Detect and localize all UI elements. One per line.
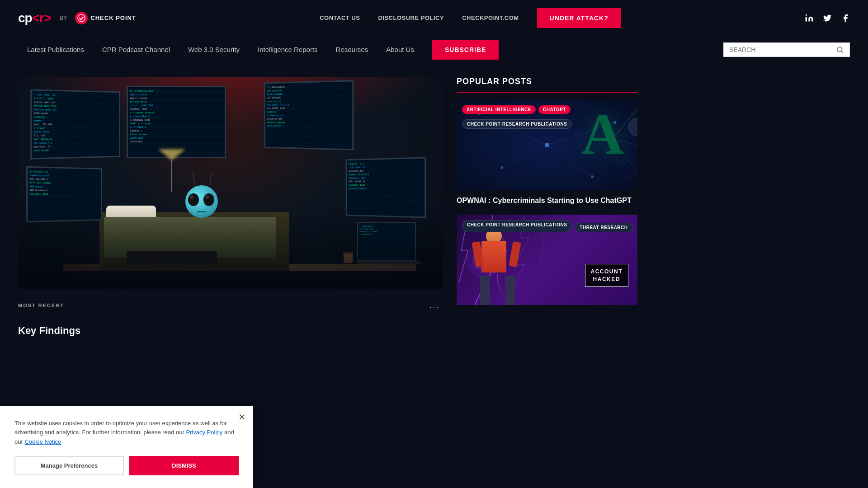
popular-posts-heading: POPULAR POSTS bbox=[457, 77, 637, 93]
disclosure-link[interactable]: DISCLOSURE POLICY bbox=[378, 14, 444, 21]
tag-cpr-pubs-2[interactable]: CHECK POINT RESEARCH PUBLICATIONS bbox=[462, 220, 572, 232]
post-header: MOST RECENT ··· bbox=[18, 298, 443, 316]
account-hacked-badge: ACCOUNTHACKED bbox=[585, 264, 629, 287]
post-meta: MOST RECENT ··· Key Findings bbox=[18, 298, 443, 337]
monitor-screen-left-side: Wireshark 3.6 Capturing eth0 TCP 192.168… bbox=[28, 168, 101, 221]
search-icon bbox=[836, 46, 844, 54]
checkpoint-name: CHECK POINT bbox=[90, 14, 136, 21]
post-recent-label: MOST RECENT bbox=[18, 303, 64, 308]
char-leg-right bbox=[505, 276, 515, 305]
character-silhouette bbox=[470, 228, 524, 305]
search-bar[interactable] bbox=[723, 42, 850, 57]
nav-about-us[interactable]: About Us bbox=[377, 36, 423, 63]
contact-link[interactable]: CONTACT US bbox=[320, 14, 360, 21]
monitor-left: > sudo nmap -sV 0.0.0.1 | open 22/tcp op… bbox=[30, 89, 120, 159]
checkpoint-com-link[interactable]: CHECKPOINT.COM bbox=[462, 14, 519, 21]
monitor-screen-left: > sudo nmap -sV 0.0.0.1 | open 22/tcp op… bbox=[32, 90, 119, 158]
main-content: > sudo nmap -sV 0.0.0.1 | open 22/tcp op… bbox=[0, 63, 868, 350]
char-arm-right bbox=[509, 241, 521, 267]
laptop-base bbox=[357, 261, 420, 264]
svg-point-2 bbox=[806, 14, 807, 15]
svg-point-15 bbox=[500, 166, 503, 169]
bug-eye-right bbox=[203, 193, 214, 206]
checkpoint-logo[interactable]: CHECK POINT bbox=[75, 12, 136, 24]
svg-point-0 bbox=[78, 14, 85, 22]
post-header-left: MOST RECENT bbox=[18, 303, 64, 312]
manage-preferences-button[interactable]: Manage Preferences bbox=[14, 456, 124, 475]
cup-rim bbox=[343, 252, 353, 254]
logo-bracket-left: < bbox=[32, 11, 39, 25]
logo-bracket-right: > bbox=[44, 11, 52, 25]
logo-cpr[interactable]: cp < r > bbox=[18, 11, 52, 25]
svg-line-19 bbox=[617, 145, 637, 172]
nav-podcast-channel[interactable]: CPR Podcast Channel bbox=[93, 36, 179, 63]
left-column: > sudo nmap -sV 0.0.0.1 | open 22/tcp op… bbox=[18, 77, 443, 337]
search-input[interactable] bbox=[729, 46, 836, 53]
monitor-screen-right-top: [*] Metasploit use exploit/ multi/handle… bbox=[265, 81, 352, 149]
dismiss-button[interactable]: DISMISS bbox=[129, 456, 239, 475]
monitor-center: #!/usr/bin/python import socket import s… bbox=[127, 86, 226, 158]
account-hacked-text: ACCOUNTHACKED bbox=[591, 268, 623, 282]
tag-ai[interactable]: ARTIFICIAL INTELLIGENCE bbox=[462, 105, 536, 114]
social-icons bbox=[805, 14, 850, 23]
key-findings-title: Key Findings bbox=[18, 325, 443, 337]
nav-latest-publications[interactable]: Latest Publications bbox=[18, 36, 93, 63]
popular-card-image-1: A ARTIFICIAL INTELLIGENCE CHATGPT CHECK … bbox=[457, 100, 637, 190]
top-bar: cp < r > BY CHECK POINT CONTACT US DISCL… bbox=[0, 0, 868, 36]
monitor-left-side: Wireshark 3.6 Capturing eth0 TCP 192.168… bbox=[26, 166, 102, 223]
bug-mouth bbox=[197, 211, 206, 212]
cookie-notice-link[interactable]: Cookie Notice bbox=[24, 438, 61, 445]
bug-head bbox=[185, 185, 218, 218]
card-1-title: OPWNAI : Cybercriminals Starting to Use … bbox=[457, 196, 637, 206]
bug-eye-left bbox=[188, 193, 199, 206]
char-body bbox=[481, 241, 506, 272]
cookie-banner: ✕ This website uses cookies in order to … bbox=[0, 406, 253, 488]
hero-image: > sudo nmap -sV 0.0.0.1 | open 22/tcp op… bbox=[18, 77, 443, 289]
card-1-tags: ARTIFICIAL INTELLIGENCE CHATGPT CHECK PO… bbox=[462, 105, 637, 129]
top-navigation: CONTACT US DISCLOSURE POLICY CHECKPOINT.… bbox=[320, 8, 621, 28]
svg-rect-1 bbox=[806, 17, 807, 21]
popular-card-image-2: ACCOUNTHACKED CHECK POINT RESEARCH PUBLI… bbox=[457, 215, 637, 305]
monitor-right-top: [*] Metasploit use exploit/ multi/handle… bbox=[264, 80, 354, 150]
under-attack-button[interactable]: UNDER ATTACK? bbox=[537, 8, 621, 28]
cookie-text: This website uses cookies in order to op… bbox=[14, 419, 239, 447]
popular-card-1[interactable]: A ARTIFICIAL INTELLIGENCE CHATGPT CHECK … bbox=[457, 100, 637, 206]
keyboard-keys bbox=[131, 253, 212, 262]
more-options-button[interactable]: ··· bbox=[425, 298, 443, 316]
logo-by-text: BY bbox=[60, 15, 67, 21]
tag-chatgpt[interactable]: CHATGPT bbox=[538, 105, 571, 114]
nav-resources[interactable]: Resources bbox=[327, 36, 377, 63]
tag-cpr-pubs-1[interactable]: CHECK POINT RESEARCH PUBLICATIONS bbox=[462, 119, 572, 129]
lamp-light bbox=[158, 149, 185, 160]
privacy-policy-link[interactable]: Privacy Policy bbox=[186, 429, 222, 436]
desk-lamp bbox=[158, 149, 185, 194]
monitor-right-bottom: hashcat -m 0 -a 0 hash.txt wordlist.txt … bbox=[346, 157, 426, 218]
logo-area: cp < r > BY CHECK POINT bbox=[18, 11, 136, 25]
main-nav-bar: Latest Publications CPR Podcast Channel … bbox=[0, 36, 868, 63]
nav-web3-security[interactable]: Web 3.0 Security bbox=[179, 36, 249, 63]
subscribe-button[interactable]: SUBSCRIBE bbox=[432, 40, 499, 60]
popular-card-2[interactable]: ACCOUNTHACKED CHECK POINT RESEARCH PUBLI… bbox=[457, 215, 637, 305]
card-2-tags: CHECK POINT RESEARCH PUBLICATIONS THREAT… bbox=[462, 220, 633, 232]
bug-character bbox=[185, 185, 219, 219]
tag-threat-research[interactable]: THREAT RESEARCH bbox=[575, 223, 632, 232]
logo-cp-text: cp bbox=[18, 11, 32, 25]
facebook-icon[interactable] bbox=[841, 14, 850, 23]
lamp-arm bbox=[171, 160, 172, 192]
laptop: $ ping target 64 bytes from 10.0.0.1: tt… bbox=[357, 222, 420, 264]
cookie-buttons: Manage Preferences DISMISS bbox=[14, 456, 239, 475]
monitor-screen-center: #!/usr/bin/python import socket import s… bbox=[128, 87, 225, 157]
keyboard bbox=[127, 251, 217, 264]
linkedin-icon[interactable] bbox=[805, 14, 814, 23]
coffee-cup bbox=[344, 253, 353, 263]
svg-point-3 bbox=[837, 47, 842, 52]
right-column: POPULAR POSTS bbox=[457, 77, 637, 337]
search-submit-button[interactable] bbox=[836, 46, 844, 54]
char-leg-left bbox=[480, 276, 490, 305]
logo-r-text: r bbox=[39, 11, 44, 25]
nav-intelligence-reports[interactable]: Intelligence Reports bbox=[249, 36, 327, 63]
twitter-icon[interactable] bbox=[823, 14, 832, 23]
cookie-close-button[interactable]: ✕ bbox=[238, 412, 246, 422]
svg-line-18 bbox=[619, 141, 637, 145]
laptop-screen: $ ping target 64 bytes from 10.0.0.1: tt… bbox=[357, 222, 416, 261]
